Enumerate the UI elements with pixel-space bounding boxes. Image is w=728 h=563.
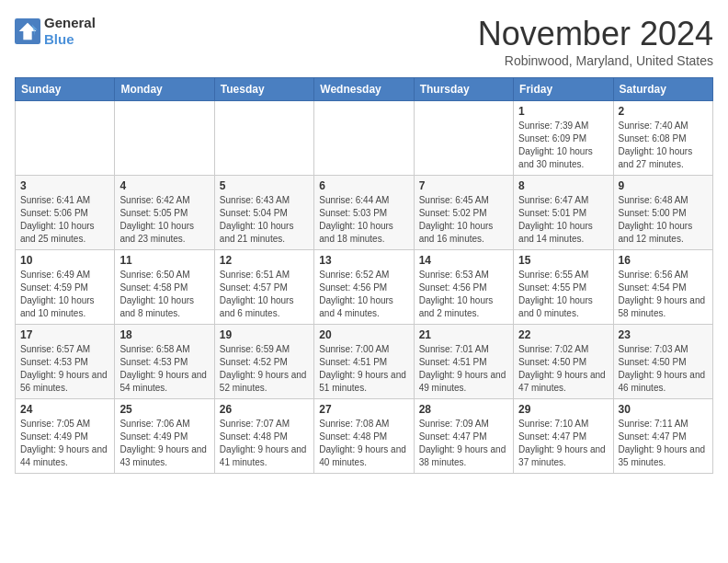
title-block: November 2024 Robinwood, Maryland, Unite… <box>478 15 713 68</box>
calendar-cell: 12Sunrise: 6:51 AM Sunset: 4:57 PM Dayli… <box>214 250 313 325</box>
calendar-cell: 30Sunrise: 7:11 AM Sunset: 4:47 PM Dayli… <box>613 399 712 474</box>
calendar-cell: 17Sunrise: 6:57 AM Sunset: 4:53 PM Dayli… <box>16 325 115 399</box>
calendar-cell: 3Sunrise: 6:41 AM Sunset: 5:06 PM Daylig… <box>16 176 115 250</box>
calendar-week-row: 3Sunrise: 6:41 AM Sunset: 5:06 PM Daylig… <box>16 176 713 250</box>
calendar-cell: 1Sunrise: 7:39 AM Sunset: 6:09 PM Daylig… <box>514 101 613 176</box>
calendar-cell <box>214 101 313 176</box>
day-number: 22 <box>518 328 608 341</box>
day-number: 28 <box>419 403 508 416</box>
logo-icon <box>15 18 40 44</box>
location: Robinwood, Maryland, United States <box>478 53 713 68</box>
day-number: 3 <box>20 179 109 192</box>
day-info: Sunrise: 7:08 AM Sunset: 4:48 PM Dayligh… <box>319 418 408 469</box>
column-header-monday: Monday <box>115 78 214 101</box>
day-number: 6 <box>319 179 408 192</box>
day-info: Sunrise: 6:48 AM Sunset: 5:00 PM Dayligh… <box>619 194 708 246</box>
day-number: 9 <box>619 179 708 192</box>
logo-text-block: General Blue <box>44 15 96 48</box>
day-info: Sunrise: 7:10 AM Sunset: 4:47 PM Dayligh… <box>518 418 608 469</box>
logo: General Blue <box>15 15 96 48</box>
column-header-sunday: Sunday <box>16 78 115 101</box>
day-number: 15 <box>518 254 608 267</box>
day-number: 27 <box>319 403 408 416</box>
day-info: Sunrise: 6:49 AM Sunset: 4:59 PM Dayligh… <box>20 269 109 320</box>
logo-line2: Blue <box>44 31 96 48</box>
column-header-friday: Friday <box>514 78 613 101</box>
column-header-tuesday: Tuesday <box>214 78 313 101</box>
day-number: 10 <box>20 254 109 267</box>
calendar-cell: 18Sunrise: 6:58 AM Sunset: 4:53 PM Dayli… <box>115 325 214 399</box>
day-info: Sunrise: 6:55 AM Sunset: 4:55 PM Dayligh… <box>518 269 608 320</box>
day-info: Sunrise: 7:07 AM Sunset: 4:48 PM Dayligh… <box>220 418 309 469</box>
day-info: Sunrise: 6:53 AM Sunset: 4:56 PM Dayligh… <box>419 269 508 320</box>
calendar-cell: 8Sunrise: 6:47 AM Sunset: 5:01 PM Daylig… <box>514 176 613 250</box>
day-number: 12 <box>220 254 309 267</box>
calendar-cell: 2Sunrise: 7:40 AM Sunset: 6:08 PM Daylig… <box>613 101 712 176</box>
column-header-wednesday: Wednesday <box>314 78 414 101</box>
calendar-cell: 22Sunrise: 7:02 AM Sunset: 4:50 PM Dayli… <box>514 325 613 399</box>
day-info: Sunrise: 6:57 AM Sunset: 4:53 PM Dayligh… <box>20 343 109 395</box>
day-number: 17 <box>20 328 109 341</box>
day-info: Sunrise: 7:00 AM Sunset: 4:51 PM Dayligh… <box>319 343 408 395</box>
day-info: Sunrise: 6:41 AM Sunset: 5:06 PM Dayligh… <box>20 194 109 246</box>
month-title: November 2024 <box>478 15 713 53</box>
calendar-cell: 5Sunrise: 6:43 AM Sunset: 5:04 PM Daylig… <box>214 176 313 250</box>
day-info: Sunrise: 7:05 AM Sunset: 4:49 PM Dayligh… <box>20 418 109 469</box>
calendar-cell: 4Sunrise: 6:42 AM Sunset: 5:05 PM Daylig… <box>115 176 214 250</box>
day-info: Sunrise: 7:02 AM Sunset: 4:50 PM Dayligh… <box>518 343 608 395</box>
calendar-cell: 21Sunrise: 7:01 AM Sunset: 4:51 PM Dayli… <box>414 325 513 399</box>
calendar-cell: 11Sunrise: 6:50 AM Sunset: 4:58 PM Dayli… <box>115 250 214 325</box>
day-info: Sunrise: 7:40 AM Sunset: 6:08 PM Dayligh… <box>619 120 708 171</box>
day-info: Sunrise: 6:47 AM Sunset: 5:01 PM Dayligh… <box>518 194 608 246</box>
day-number: 2 <box>619 105 708 118</box>
calendar-header-row: SundayMondayTuesdayWednesdayThursdayFrid… <box>16 78 713 101</box>
calendar-cell: 20Sunrise: 7:00 AM Sunset: 4:51 PM Dayli… <box>314 325 414 399</box>
logo-line1: General <box>44 15 96 31</box>
calendar-cell: 28Sunrise: 7:09 AM Sunset: 4:47 PM Dayli… <box>414 399 513 474</box>
calendar-cell <box>314 101 414 176</box>
day-info: Sunrise: 6:43 AM Sunset: 5:04 PM Dayligh… <box>220 194 309 246</box>
day-info: Sunrise: 6:56 AM Sunset: 4:54 PM Dayligh… <box>619 269 708 320</box>
calendar-cell <box>16 101 115 176</box>
day-number: 19 <box>220 328 309 341</box>
column-header-saturday: Saturday <box>613 78 712 101</box>
day-number: 4 <box>119 179 209 192</box>
calendar-cell: 19Sunrise: 6:59 AM Sunset: 4:52 PM Dayli… <box>214 325 313 399</box>
calendar-cell: 13Sunrise: 6:52 AM Sunset: 4:56 PM Dayli… <box>314 250 414 325</box>
calendar-week-row: 17Sunrise: 6:57 AM Sunset: 4:53 PM Dayli… <box>16 325 713 399</box>
day-number: 24 <box>20 403 109 416</box>
day-number: 14 <box>419 254 508 267</box>
day-number: 20 <box>319 328 408 341</box>
calendar-cell: 6Sunrise: 6:44 AM Sunset: 5:03 PM Daylig… <box>314 176 414 250</box>
calendar-cell: 7Sunrise: 6:45 AM Sunset: 5:02 PM Daylig… <box>414 176 513 250</box>
day-number: 11 <box>119 254 209 267</box>
day-number: 25 <box>119 403 209 416</box>
day-info: Sunrise: 7:11 AM Sunset: 4:47 PM Dayligh… <box>619 418 708 469</box>
day-number: 23 <box>619 328 708 341</box>
calendar-cell: 9Sunrise: 6:48 AM Sunset: 5:00 PM Daylig… <box>613 176 712 250</box>
day-info: Sunrise: 6:50 AM Sunset: 4:58 PM Dayligh… <box>119 269 209 320</box>
day-number: 5 <box>220 179 309 192</box>
calendar-week-row: 10Sunrise: 6:49 AM Sunset: 4:59 PM Dayli… <box>16 250 713 325</box>
day-info: Sunrise: 7:06 AM Sunset: 4:49 PM Dayligh… <box>119 418 209 469</box>
day-info: Sunrise: 6:51 AM Sunset: 4:57 PM Dayligh… <box>220 269 309 320</box>
day-info: Sunrise: 7:09 AM Sunset: 4:47 PM Dayligh… <box>419 418 508 469</box>
day-info: Sunrise: 7:03 AM Sunset: 4:50 PM Dayligh… <box>619 343 708 395</box>
calendar-cell <box>414 101 513 176</box>
calendar-cell: 10Sunrise: 6:49 AM Sunset: 4:59 PM Dayli… <box>16 250 115 325</box>
day-number: 8 <box>518 179 608 192</box>
day-info: Sunrise: 6:44 AM Sunset: 5:03 PM Dayligh… <box>319 194 408 246</box>
day-number: 1 <box>518 105 608 118</box>
day-info: Sunrise: 6:42 AM Sunset: 5:05 PM Dayligh… <box>119 194 209 246</box>
day-info: Sunrise: 7:01 AM Sunset: 4:51 PM Dayligh… <box>419 343 508 395</box>
day-info: Sunrise: 6:52 AM Sunset: 4:56 PM Dayligh… <box>319 269 408 320</box>
page-header: General Blue November 2024 Robinwood, Ma… <box>15 15 713 68</box>
day-number: 30 <box>619 403 708 416</box>
calendar-cell: 15Sunrise: 6:55 AM Sunset: 4:55 PM Dayli… <box>514 250 613 325</box>
calendar-cell: 14Sunrise: 6:53 AM Sunset: 4:56 PM Dayli… <box>414 250 513 325</box>
day-number: 16 <box>619 254 708 267</box>
day-info: Sunrise: 6:58 AM Sunset: 4:53 PM Dayligh… <box>119 343 209 395</box>
calendar-cell <box>115 101 214 176</box>
day-info: Sunrise: 6:59 AM Sunset: 4:52 PM Dayligh… <box>220 343 309 395</box>
day-number: 29 <box>518 403 608 416</box>
